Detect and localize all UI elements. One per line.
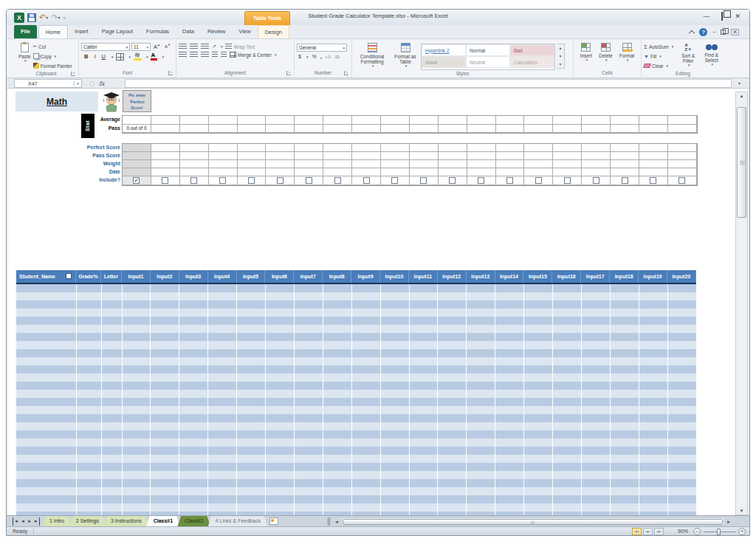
format-cells-button[interactable]: Format▾ [617, 41, 637, 69]
checkbox-unchecked[interactable] [678, 177, 685, 184]
param-cell[interactable] [524, 144, 553, 152]
param-cell[interactable] [439, 168, 467, 176]
cell-style-bad[interactable]: Bad [510, 44, 554, 56]
workbook-minimize-icon[interactable]: – [712, 27, 715, 36]
header-cell-input16[interactable]: Input16 [552, 270, 581, 283]
stats-cell[interactable] [410, 116, 439, 125]
vertical-scroll-thumb[interactable] [737, 107, 746, 218]
stats-cell[interactable] [381, 116, 410, 125]
ribbon-tab-design[interactable]: Design [258, 25, 289, 38]
param-cell[interactable] [467, 168, 496, 176]
font-color-icon[interactable]: A [151, 52, 157, 61]
minimize-ribbon-icon[interactable] [689, 30, 695, 35]
stats-cell[interactable] [295, 125, 323, 134]
number-dialog-launcher-icon[interactable] [344, 71, 348, 75]
header-cell-input13[interactable]: Input13 [467, 270, 495, 283]
checkbox-unchecked[interactable] [564, 177, 571, 184]
table-row[interactable] [16, 341, 696, 349]
table-row[interactable] [16, 365, 696, 374]
stats-cell[interactable] [639, 125, 668, 134]
param-cell[interactable] [352, 160, 381, 168]
page-layout-view-icon[interactable] [643, 528, 653, 535]
stats-cell[interactable] [496, 125, 525, 134]
param-cell[interactable] [553, 152, 582, 160]
ribbon-tab-review[interactable]: Review [201, 25, 233, 38]
font-dialog-launcher-icon[interactable] [168, 71, 173, 75]
param-cell[interactable] [639, 168, 668, 176]
table-row[interactable] [16, 292, 696, 300]
stats-grid[interactable]: 0 out of 0 [122, 115, 698, 134]
stats-cell[interactable] [180, 116, 209, 125]
param-cell[interactable] [582, 160, 611, 168]
worksheet[interactable]: Math Pls enter 'Perfect Score' Stat Aver… [8, 89, 748, 515]
param-cell[interactable] [410, 168, 439, 176]
zoom-in-icon[interactable]: + [738, 528, 746, 535]
stats-cell[interactable] [123, 116, 151, 125]
param-cell[interactable] [639, 160, 668, 168]
param-cell[interactable] [639, 152, 668, 160]
stats-cell[interactable] [496, 116, 525, 125]
ribbon-tab-view[interactable]: View [233, 25, 258, 38]
checkbox-checked[interactable]: ✓ [133, 177, 140, 184]
cell-style-good[interactable]: Good [422, 56, 466, 68]
minimize-button[interactable]: — [703, 12, 709, 21]
stats-cell[interactable] [238, 116, 267, 125]
increase-decimal-icon[interactable]: +.0 [326, 55, 331, 59]
number-format-combo[interactable]: General▾ [297, 44, 347, 52]
shrink-font-button[interactable]: A▼ [163, 43, 172, 51]
header-cell-input7[interactable]: Input7 [294, 270, 323, 283]
ribbon-tab-page-layout[interactable]: Page Layout [95, 25, 140, 38]
sheet-tab-3-instructions[interactable]: 3 Instructions [103, 516, 149, 527]
header-cell-input14[interactable]: Input14 [495, 270, 524, 283]
sort-filter-button[interactable]: AZ▼ Sort & Filter▾ [678, 41, 698, 70]
param-cell[interactable] [381, 168, 410, 176]
header-cell-input15[interactable]: Input15 [523, 270, 552, 283]
param-cell[interactable] [295, 144, 323, 152]
gallery-down-icon[interactable]: ▼ [559, 54, 563, 58]
header-cell-input4[interactable]: Input4 [208, 270, 237, 283]
stats-cell[interactable] [553, 125, 582, 134]
header-cell-student-name[interactable]: Student_Name [16, 270, 76, 283]
student-name-filter-icon[interactable] [66, 273, 72, 279]
stats-cell[interactable] [668, 116, 697, 125]
table-row[interactable] [16, 479, 696, 487]
table-row[interactable] [16, 398, 696, 406]
sheet-tab-4-links-feedback[interactable]: 4 Links & Feedback [207, 516, 267, 527]
help-icon[interactable]: ? [699, 28, 707, 36]
ribbon-tab-data[interactable]: Data [176, 25, 201, 38]
scroll-down-icon[interactable]: ▼ [736, 509, 747, 513]
prev-sheet-icon[interactable]: ◄ [21, 517, 25, 526]
checkbox-unchecked[interactable] [306, 177, 312, 184]
format-painter-button[interactable]: Format Painter [33, 61, 72, 70]
stats-cell[interactable] [209, 125, 238, 134]
page-break-view-icon[interactable] [654, 528, 664, 535]
param-cell[interactable] [668, 160, 697, 168]
formula-input[interactable] [125, 79, 732, 88]
table-row[interactable] [16, 317, 696, 325]
param-cell[interactable] [238, 168, 267, 176]
param-cell[interactable] [553, 168, 582, 176]
param-cell[interactable] [582, 144, 611, 152]
param-cell[interactable] [352, 152, 381, 160]
stats-cell[interactable] [151, 116, 180, 125]
param-cell[interactable] [209, 152, 238, 160]
scroll-up-icon[interactable]: ▲ [736, 94, 747, 98]
cell-style-calculation[interactable]: Calculation [510, 56, 554, 68]
fill-color-icon[interactable] [134, 53, 142, 61]
orientation-icon[interactable]: ↗ [212, 44, 216, 49]
stats-cell[interactable] [668, 125, 697, 134]
close-button[interactable]: ✕ [735, 12, 740, 21]
checkbox-unchecked[interactable] [334, 177, 341, 184]
param-cell[interactable] [668, 144, 697, 152]
name-box[interactable]: X47 ▾ [14, 79, 82, 88]
align-left-icon[interactable] [179, 52, 187, 58]
stats-cell[interactable] [352, 116, 381, 125]
copy-button[interactable]: Copy▾ [33, 52, 72, 61]
table-row[interactable] [16, 382, 696, 390]
zoom-out-icon[interactable]: – [693, 528, 701, 535]
header-cell-input11[interactable]: Input11 [409, 270, 438, 283]
param-cell[interactable] [611, 168, 639, 176]
align-center-icon[interactable] [190, 52, 198, 58]
checkbox-unchecked[interactable] [535, 177, 542, 184]
table-row[interactable] [16, 349, 696, 357]
